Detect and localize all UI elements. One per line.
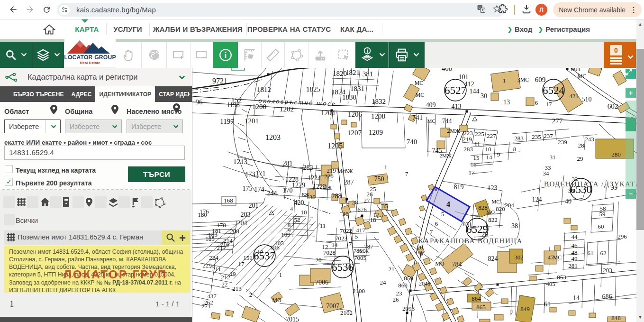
toolbar-info-layers-button[interactable]: [355, 42, 389, 68]
browser-forward-button[interactable]: [23, 3, 36, 16]
downloads-icon[interactable]: [521, 4, 532, 16]
toolbar-layers-button[interactable]: [32, 42, 64, 68]
parcel-number-label: 848: [611, 314, 621, 322]
toolbar-upload-button[interactable]: [308, 42, 332, 68]
parcel-number-label: 40: [565, 198, 571, 205]
login-link[interactable]: ❯ Вход: [508, 19, 532, 39]
type-checkbox[interactable]: [118, 196, 130, 208]
parcel-number-label: 20: [316, 257, 322, 264]
scroll-up-arrow[interactable]: ▲: [636, 20, 644, 28]
extensions-icon[interactable]: [498, 4, 508, 16]
toolbar-pan-button[interactable]: [116, 42, 141, 68]
translate-icon[interactable]: G: [477, 4, 486, 15]
result-row[interactable]: Поземлен имот 14831.6529.4 с. Герман +: [4, 230, 190, 245]
type-checkbox[interactable]: [27, 196, 38, 208]
parcel-number-label: 18: [370, 216, 376, 223]
toolbar-world-extent-button[interactable]: [142, 42, 166, 68]
parcel-number-label: 7: [349, 240, 352, 248]
parcel-number-label: 243: [585, 136, 594, 143]
search-submit-button[interactable]: ТЪРСИ: [128, 166, 185, 182]
type-checkbox[interactable]: [141, 196, 153, 208]
toolbar-results-button[interactable]: 0: [604, 42, 636, 68]
map-building: [446, 298, 454, 305]
nav-tab-zhalbi[interactable]: ЖАЛБИ И ВЪЗРАЖЕНИЯ: [149, 19, 246, 39]
scrollbar-thumb[interactable]: [636, 49, 644, 230]
obshtina-select[interactable]: Изберете: [65, 120, 122, 133]
zoom-in-button[interactable]: +: [626, 88, 636, 98]
full-extent-button[interactable]: [626, 69, 636, 79]
cadastral-map[interactable]: 4 97211812182018213811825182418311830183…: [192, 68, 636, 322]
parcel-number-label: 19: [230, 270, 236, 277]
zoom-slider-handle[interactable]: [626, 118, 636, 131]
nav-tab-kakda[interactable]: КАК ДА...: [332, 19, 382, 39]
parcel-number-label: 1832: [372, 98, 386, 105]
site-info-icon[interactable]: [59, 5, 70, 15]
map-building: [564, 218, 571, 223]
toolbar-select-button[interactable]: [332, 42, 355, 68]
toolbar-zoom-in-rect-button[interactable]: [167, 42, 190, 68]
parcel-number-label: 59: [599, 211, 606, 218]
nav-home[interactable]: [31, 19, 68, 39]
parcel-number-label: 20: [417, 244, 423, 251]
parcel-number-label: 123: [488, 184, 498, 192]
page-number[interactable]: 1: [9, 299, 14, 309]
parcel-number-label: 17: [469, 169, 475, 176]
toolbar-info-button[interactable]: [213, 42, 238, 68]
all-checkbox[interactable]: [4, 214, 15, 225]
toolbar-print-button[interactable]: [389, 42, 425, 68]
scroll-down-arrow[interactable]: ▼: [636, 313, 644, 321]
chrome-update-button[interactable]: New Chrome available: [553, 2, 642, 17]
parcel-number-label: 24: [380, 279, 387, 286]
boundary-polygon-icon: [154, 197, 165, 208]
parcel-number-label: 7: [405, 170, 408, 177]
toolbar-search-button[interactable]: [0, 42, 32, 68]
parcel-number-label: 822: [488, 216, 498, 223]
parcel-number-label: 101: [459, 74, 469, 81]
tab-quick-search[interactable]: БЪРЗО ТЪРСЕНЕ: [9, 86, 68, 102]
address-bar[interactable]: kais.cadastre.bg/bg/Map G: [57, 3, 505, 17]
map-building: [452, 307, 459, 314]
parcel-number-label: 16: [471, 161, 477, 168]
parcel-number-label: 1201: [245, 117, 259, 125]
page-info: 1 - 1 / 1: [155, 300, 180, 308]
parcel-number-label: 7022: [340, 227, 352, 234]
profile-avatar[interactable]: Л: [535, 4, 547, 16]
oblast-select[interactable]: Изберете: [4, 120, 61, 133]
type-checkbox[interactable]: [3, 196, 15, 208]
panel-header[interactable]: Кадастрална карта и регистри: [0, 68, 192, 86]
tab-address[interactable]: АДРЕС: [68, 86, 96, 102]
toolbar-polygon-button[interactable]: [285, 42, 308, 68]
hand-pan-icon: [122, 48, 136, 62]
zoom-out-button[interactable]: −: [626, 189, 636, 199]
browser-back-button[interactable]: [7, 3, 20, 16]
tab-old-identifier[interactable]: СТАР ИДЕНТ: [155, 86, 189, 102]
type-checkbox[interactable]: [73, 196, 84, 208]
zone-number-label: 6530: [570, 184, 592, 195]
identifier-input[interactable]: [4, 146, 185, 160]
parcel-number-label: 741: [412, 114, 423, 121]
browser-menu-icon: [629, 6, 638, 14]
current-view-label: Текущ изглед на картата: [16, 166, 96, 174]
toolbar-zoom-out-rect-button[interactable]: [190, 42, 213, 68]
register-link[interactable]: ❯ Регистрация: [538, 19, 590, 39]
parcel-number-label: 2048: [419, 280, 430, 287]
naseleno-select[interactable]: Изберете: [127, 120, 183, 133]
current-view-checkbox[interactable]: [5, 165, 13, 173]
toolbar-measure-button[interactable]: [262, 42, 284, 68]
zoom-slider-track[interactable]: [626, 101, 636, 190]
tabs-overflow-arrow[interactable]: ›: [187, 89, 190, 99]
toolbar-scale-area-button[interactable]: [238, 42, 261, 68]
tab-identifier[interactable]: ИДЕНТИФИКАТОР: [95, 86, 155, 102]
chevron-down-icon[interactable]: [179, 75, 185, 80]
type-checkbox[interactable]: [95, 196, 107, 208]
add-result-icon[interactable]: +: [179, 231, 186, 245]
parcel-number-label: 1224: [308, 175, 321, 182]
browser-reload-button[interactable]: [40, 3, 53, 16]
cadastral-map-canvas[interactable]: 4 97211812182018213811825182418311830183…: [192, 68, 636, 322]
nav-tab-proverka[interactable]: ПРОВЕРКА НА СТАТУС: [246, 19, 332, 39]
type-checkbox[interactable]: [50, 196, 62, 208]
pinned-extension-divider: [514, 5, 515, 15]
first200-checkbox[interactable]: ✓: [5, 178, 13, 186]
zoom-to-result-icon[interactable]: [165, 232, 176, 243]
page-scrollbar[interactable]: ▲ ▼: [636, 19, 644, 322]
